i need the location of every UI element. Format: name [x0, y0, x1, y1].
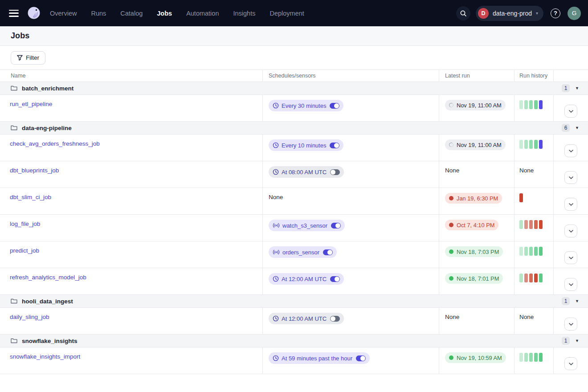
latest-run-none: None [445, 313, 459, 320]
schedule-chip[interactable]: At 12:00 AM UTC [269, 273, 344, 285]
run-history-none: None [519, 313, 534, 320]
nav-item-runs[interactable]: Runs [91, 10, 106, 17]
filter-button-label: Filter [26, 54, 39, 61]
clock-icon [273, 102, 279, 109]
table-row: run_etl_pipeline Every 30 minutes Nov 19… [0, 95, 588, 122]
nav-item-overview[interactable]: Overview [50, 10, 77, 17]
run-history-bars[interactable] [519, 193, 553, 202]
job-link[interactable]: run_etl_pipeline [10, 100, 52, 107]
schedule-label: At 12:00 AM UTC [282, 276, 327, 282]
latest-run-chip[interactable]: Nov 18, 7:03 PM [445, 246, 503, 257]
job-link[interactable]: snowflake_insights_import [10, 352, 80, 360]
run-history-bars[interactable] [519, 139, 553, 149]
dagster-logo-icon[interactable] [26, 5, 42, 21]
column-header-schedules: Schedules/sensors [263, 70, 439, 82]
latest-run-none: None [445, 166, 459, 174]
caret-down-icon[interactable]: ▼ [575, 86, 579, 90]
deployment-switcher[interactable]: D data-eng-prod ▾ [476, 6, 543, 21]
schedule-chip[interactable]: Every 30 minutes [269, 100, 343, 111]
run-status-icon [449, 142, 454, 147]
expand-row-button[interactable] [564, 225, 577, 237]
clock-icon [273, 276, 279, 282]
job-link[interactable]: dbt_blueprints_job [10, 166, 59, 174]
schedule-toggle[interactable] [330, 316, 340, 322]
job-group-row[interactable]: data-eng-pipeline 6 ▼ [0, 122, 588, 135]
nav-item-jobs[interactable]: Jobs [157, 10, 172, 17]
job-group-row[interactable]: hooli_data_ingest 1 ▼ [0, 295, 588, 308]
job-link[interactable]: predict_job [10, 246, 39, 254]
table-row: dbt_slim_ci_job None Jan 19, 6:30 PM [0, 188, 588, 215]
latest-run-chip[interactable]: Jan 19, 6:30 PM [445, 193, 502, 204]
schedule-toggle[interactable] [330, 143, 339, 148]
sensor-toggle[interactable] [331, 223, 341, 229]
latest-run-chip[interactable]: Nov 19, 10:59 AM [445, 352, 506, 363]
schedule-toggle[interactable] [330, 169, 340, 175]
schedule-label: At 08:00 AM UTC [282, 169, 327, 176]
caret-down-icon[interactable]: ▼ [575, 126, 579, 130]
sensor-chip[interactable]: orders_sensor [269, 246, 337, 258]
job-group-row[interactable]: snowflake_insights 1 ▼ [0, 335, 588, 347]
expand-row-button[interactable] [564, 198, 577, 211]
latest-run-chip[interactable]: Oct 7, 4:10 PM [445, 220, 498, 230]
schedule-chip[interactable]: At 12:00 AM UTC [269, 313, 344, 324]
schedule-toggle[interactable] [330, 276, 340, 282]
column-header-name: Name [0, 70, 263, 82]
sensor-label: orders_sensor [282, 249, 319, 256]
nav-item-deployment[interactable]: Deployment [270, 10, 304, 17]
job-link[interactable]: dbt_slim_ci_job [10, 193, 51, 200]
job-count-badge: 1 [562, 84, 570, 92]
sensor-toggle[interactable] [323, 249, 333, 255]
schedule-chip[interactable]: At 59 minutes past the hour [269, 352, 370, 364]
sensor-chip[interactable]: watch_s3_sensor [269, 220, 345, 231]
run-history-bars[interactable] [519, 352, 553, 362]
help-button[interactable]: ? [549, 7, 562, 20]
avatar[interactable]: G [568, 7, 581, 20]
expand-row-button[interactable] [564, 318, 577, 331]
run-status-icon [449, 223, 453, 227]
group-name: snowflake_insights [22, 338, 78, 344]
expand-row-button[interactable] [564, 105, 577, 118]
column-header-expand [554, 70, 588, 82]
schedule-label: At 59 minutes past the hour [282, 355, 352, 362]
nav-item-insights[interactable]: Insights [233, 10, 255, 17]
expand-row-button[interactable] [564, 278, 577, 291]
caret-down-icon[interactable]: ▼ [575, 299, 579, 303]
expand-row-button[interactable] [564, 357, 577, 370]
schedule-chip[interactable]: Every 10 minutes [269, 139, 343, 151]
run-history-bars[interactable] [519, 220, 553, 229]
expand-row-button[interactable] [564, 171, 577, 184]
filter-button[interactable]: Filter [11, 51, 45, 65]
search-button[interactable] [456, 6, 470, 20]
deployment-name: data-eng-prod [493, 10, 532, 17]
folder-icon [11, 125, 17, 131]
run-history-bars[interactable] [519, 246, 553, 256]
run-history-none: None [519, 166, 534, 174]
run-history-bars[interactable] [519, 100, 553, 109]
schedule-toggle[interactable] [330, 103, 339, 109]
table-row: dbt_blueprints_job At 08:00 AM UTC None … [0, 161, 588, 188]
caret-down-icon[interactable]: ▼ [575, 339, 579, 343]
job-group-row[interactable]: batch_enrichment 1 ▼ [0, 82, 588, 95]
jobs-table: Name Schedules/sensors Latest run Run hi… [0, 69, 588, 374]
job-link[interactable]: daily_sling_job [10, 313, 49, 320]
schedule-chip[interactable]: At 08:00 AM UTC [269, 166, 344, 178]
job-count-badge: 1 [562, 297, 570, 305]
schedule-toggle[interactable] [356, 355, 366, 361]
help-icon: ? [551, 8, 560, 18]
latest-run-chip[interactable]: Nov 19, 11:00 AM [445, 139, 506, 150]
job-link[interactable]: check_avg_orders_freshness_job [10, 139, 100, 147]
latest-run-chip[interactable]: Nov 18, 7:01 PM [445, 273, 503, 284]
expand-row-button[interactable] [564, 251, 577, 264]
nav-item-catalog[interactable]: Catalog [120, 10, 143, 17]
page-title-band: Jobs [0, 26, 588, 46]
table-row: check_avg_orders_freshness_job Every 10 … [0, 135, 588, 161]
run-history-bars[interactable] [519, 273, 553, 282]
latest-run-label: Jan 19, 6:30 PM [457, 195, 498, 202]
expand-row-button[interactable] [564, 144, 577, 157]
menu-icon[interactable] [9, 10, 19, 17]
nav-item-automation[interactable]: Automation [186, 10, 219, 17]
job-link[interactable]: log_file_job [10, 220, 40, 227]
group-name: data-eng-pipeline [22, 125, 72, 131]
job-link[interactable]: refresh_analytics_model_job [10, 273, 86, 281]
latest-run-chip[interactable]: Nov 19, 11:00 AM [445, 100, 506, 110]
